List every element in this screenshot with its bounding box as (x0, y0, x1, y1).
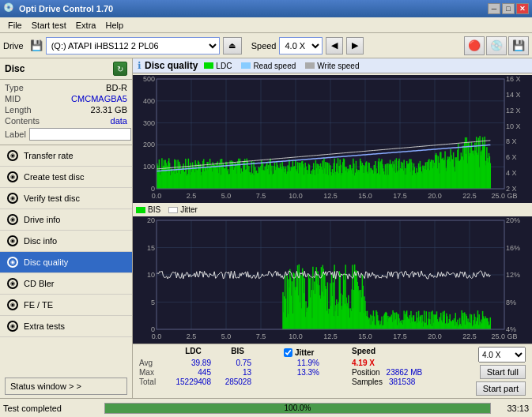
legend-bis-color (136, 207, 145, 213)
close-button[interactable]: ✕ (516, 3, 529, 14)
start-part-button[interactable]: Start part (476, 381, 526, 396)
stats-headers: Avg Max Total (139, 347, 163, 386)
disc-type-value: BD-R (106, 83, 127, 92)
avg-jitter-value: 11.9% (284, 359, 319, 367)
jitter-col-header: Jitter (295, 348, 314, 357)
position-value: 23862 MB (387, 368, 423, 377)
speed-value: 4.19 X (352, 359, 375, 367)
drive-select[interactable]: (Q:) ATAPI iHBS112 2 PL06 (46, 37, 220, 54)
app-title: Opti Drive Control 1.70 (19, 4, 488, 13)
create-test-disc-label: Create test disc (24, 172, 84, 182)
extra-tests-icon: ◉ (6, 320, 19, 332)
sidebar-item-extra-tests[interactable]: ◉ Extra tests (0, 316, 132, 337)
transfer-rate-icon: ◉ (6, 149, 19, 162)
menu-extra[interactable]: Extra (71, 19, 101, 32)
disc-type-row: Type BD-R (5, 83, 127, 92)
app-icon: 💿 (3, 2, 16, 15)
disc-label-row: Label 🏷 (5, 127, 127, 141)
maximize-button[interactable]: □ (502, 3, 515, 14)
drive-info-icon: ◉ (6, 213, 19, 226)
cd-bler-icon: ◉ (6, 277, 19, 290)
position-label: Position (352, 368, 380, 377)
chart2-legend-bar: BIS Jitter (133, 205, 532, 215)
sidebar: Disc ↻ Type BD-R MID CMCMAGBA5 Length 23… (0, 58, 133, 398)
media-button[interactable]: 🔴 (464, 36, 485, 55)
minimize-button[interactable]: ─ (488, 3, 500, 14)
transfer-rate-label: Transfer rate (24, 151, 74, 160)
extra-tests-label: Extra tests (24, 321, 65, 331)
disc-contents-row: Contents data (5, 116, 127, 126)
sidebar-item-transfer-rate[interactable]: ◉ Transfer rate (0, 145, 132, 167)
status-text: Test completed (3, 404, 98, 413)
status-bar: Test completed 100.0% 33:13 (0, 398, 532, 417)
disc-label-input[interactable] (29, 128, 131, 141)
disc-mid-row: MID CMCMAGBA5 (5, 94, 127, 103)
progress-text: 100.0% (105, 404, 490, 413)
cd-bler-label: CD Bler (24, 279, 55, 288)
sidebar-item-cd-bler[interactable]: ◉ CD Bler (0, 273, 132, 295)
avg-ldc-value: 39.89 (175, 359, 211, 367)
sidebar-item-disc-info[interactable]: ◉ Disc info (0, 231, 132, 252)
sidebar-item-verify-test-disc[interactable]: ◉ Verify test disc (0, 188, 132, 209)
total-ldc-value: 15229408 (175, 378, 211, 386)
stats-position-col: Speed 4.19 X Position 23862 MB Samples 3… (352, 347, 422, 386)
disc-label-label: Label (5, 130, 26, 139)
bis-col-header: BIS (224, 347, 251, 358)
disc-contents-value: data (111, 116, 127, 126)
test-speed-select[interactable]: 4.0 X (478, 347, 526, 363)
fe-te-icon: ◉ (6, 299, 19, 311)
disc-length-row: Length 23.31 GB (5, 105, 127, 115)
jitter-checkbox[interactable] (284, 348, 292, 357)
sidebar-item-disc-quality[interactable]: ◉ Disc quality (0, 252, 132, 273)
chart-panel: ℹ Disc quality LDC Read speed Write spee… (133, 58, 532, 398)
ldc-col-header: LDC (175, 347, 211, 358)
sidebar-item-fe-te[interactable]: ◉ FE / TE (0, 295, 132, 316)
samples-value: 381538 (389, 378, 415, 386)
disc-info-section: Type BD-R MID CMCMAGBA5 Length 23.31 GB … (0, 80, 132, 145)
stats-avg-label: Avg (139, 359, 163, 367)
toolbar: Drive 💾 (Q:) ATAPI iHBS112 2 PL06 ⏏ Spee… (0, 33, 532, 58)
avg-bis-value: 0.75 (224, 359, 251, 367)
stats-max-row: Max (139, 368, 163, 377)
speed-left-button[interactable]: ◀ (326, 37, 343, 54)
disc-header: Disc ↻ (0, 58, 132, 80)
start-full-button[interactable]: Start full (480, 365, 526, 379)
speed-select[interactable]: 4.0 X (279, 37, 323, 54)
speed-start-controls: 4.0 X Start full Start part (476, 347, 526, 396)
disc-button[interactable]: 💿 (486, 36, 507, 55)
chart-title-bar: ℹ Disc quality LDC Read speed Write spee… (133, 58, 532, 73)
disc-quality-label: Disc quality (24, 257, 68, 267)
disc-length-value: 23.31 GB (91, 105, 127, 115)
disc-info-icon: ◉ (6, 235, 19, 247)
disc-refresh-button[interactable]: ↻ (113, 62, 127, 76)
disc-mid-label: MID (5, 94, 21, 103)
eject-button[interactable]: ⏏ (223, 37, 242, 54)
menu-file[interactable]: File (3, 19, 27, 32)
chart-title-icon: ℹ (138, 60, 141, 71)
main-content: Disc ↻ Type BD-R MID CMCMAGBA5 Length 23… (0, 58, 532, 398)
status-window-button[interactable]: Status window > > (5, 378, 127, 395)
speed-label: Speed (251, 41, 277, 51)
disc-type-label: Type (5, 83, 24, 92)
legend-ldc: LDC (204, 62, 232, 70)
menu-bar: File Start test Extra Help (0, 17, 532, 33)
jitter-header: Jitter (284, 347, 319, 358)
toolbar-actions: 🔴 💿 💾 (464, 36, 529, 55)
legend-jitter: Jitter (168, 205, 198, 214)
fe-te-label: FE / TE (24, 300, 53, 310)
stats-total-label: Total (139, 378, 163, 386)
legend-write-speed-color (305, 62, 315, 69)
sidebar-item-create-test-disc[interactable]: ◉ Create test disc (0, 167, 132, 188)
disc-info-label: Disc info (24, 236, 57, 246)
stats-ldc-col: LDC 39.89 445 15229408 (175, 347, 211, 386)
drive-icon: 💾 (30, 39, 43, 51)
menu-help[interactable]: Help (100, 19, 128, 32)
stats-bis-col: BIS 0.75 13 285028 (224, 347, 251, 386)
verify-test-disc-icon: ◉ (6, 192, 19, 205)
speed-right-button[interactable]: ▶ (346, 37, 364, 54)
save-button[interactable]: 💾 (508, 36, 529, 55)
sidebar-item-drive-info[interactable]: ◉ Drive info (0, 209, 132, 231)
disc-quality-icon: ◉ (6, 256, 19, 269)
progress-bar-container: 100.0% (104, 403, 491, 414)
menu-start-test[interactable]: Start test (27, 19, 71, 32)
